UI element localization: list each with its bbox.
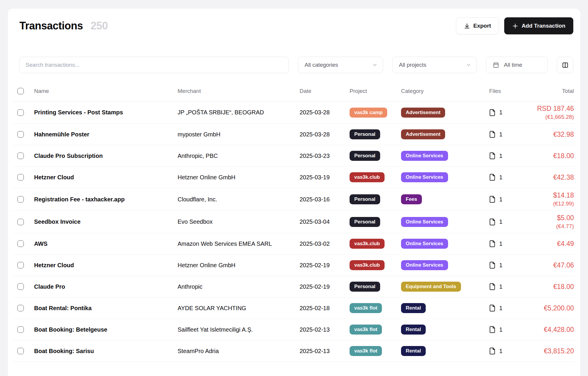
add-transaction-button[interactable]: Add Transaction	[504, 17, 573, 34]
file-icon	[489, 240, 495, 247]
table-row[interactable]: AWSAmazon Web Services EMEA SARL2025-03-…	[13, 233, 574, 255]
column-visibility-button[interactable]	[557, 57, 573, 73]
transaction-date: 2025-03-28	[300, 131, 350, 138]
project-badge[interactable]: Personal	[350, 194, 380, 204]
projects-filter[interactable]: All projects	[392, 57, 477, 73]
file-icon	[489, 347, 495, 355]
transaction-project-cell: Personal	[350, 217, 401, 227]
table-row[interactable]: Hetzner CloudHetzner Online GmbH2025-02-…	[13, 255, 574, 276]
category-badge[interactable]: Rental	[401, 303, 426, 313]
table-row[interactable]: Printing Services - Post StampsJP „POŠTA…	[13, 101, 574, 124]
project-badge[interactable]: Personal	[350, 129, 380, 139]
row-checkbox[interactable]	[17, 109, 24, 116]
project-badge[interactable]: vas3k.club	[350, 260, 385, 270]
categories-filter-value: All categories	[305, 62, 338, 68]
transaction-date: 2025-02-19	[300, 262, 350, 269]
project-badge[interactable]: vas3k.club	[350, 172, 385, 182]
transaction-project-cell: Personal	[350, 129, 401, 139]
table-row[interactable]: Boat Booking: BetelgeuseSailfleet Yat Is…	[13, 319, 574, 340]
table-row[interactable]: Claude Pro SubscriptionAnthropic, PBC202…	[13, 145, 574, 167]
project-badge[interactable]: vas3k flot	[350, 346, 382, 356]
row-checkbox[interactable]	[17, 326, 24, 333]
transaction-total: €18.00	[513, 283, 574, 291]
row-checkbox-cell	[13, 109, 34, 116]
file-icon	[489, 109, 495, 116]
column-header-date[interactable]: Date	[300, 88, 350, 94]
column-header-total[interactable]: Total	[513, 88, 574, 94]
category-badge[interactable]: Advertisement	[401, 129, 445, 139]
transaction-category-cell: Online Services	[401, 239, 489, 249]
file-count: 1	[499, 240, 502, 247]
category-badge[interactable]: Online Services	[401, 239, 448, 249]
category-badge[interactable]: Advertisement	[401, 108, 445, 118]
project-badge[interactable]: Personal	[350, 217, 380, 227]
category-badge[interactable]: Equipment and Tools	[401, 282, 461, 292]
top-bar: Transactions 250 Export Add Transaction	[13, 17, 574, 34]
category-badge[interactable]: Online Services	[401, 151, 448, 161]
row-checkbox[interactable]	[17, 348, 24, 354]
row-checkbox[interactable]	[17, 174, 24, 181]
category-badge[interactable]: Online Services	[401, 260, 448, 270]
transaction-project-cell: vas3k.club	[350, 260, 401, 270]
column-header-category[interactable]: Category	[401, 88, 489, 94]
category-badge[interactable]: Rental	[401, 346, 426, 356]
transaction-category-cell: Online Services	[401, 260, 489, 270]
column-header-merchant[interactable]: Merchant	[178, 88, 300, 94]
table-row[interactable]: Boat Rental: PontikaAYDE SOLAR YACHTING2…	[13, 298, 574, 319]
categories-filter[interactable]: All categories	[298, 57, 383, 73]
transaction-date: 2025-03-16	[300, 196, 350, 203]
transaction-total-converted: (€12.99)	[513, 200, 574, 208]
row-checkbox-cell	[13, 219, 34, 225]
transaction-name: Claude Pro	[34, 283, 178, 290]
project-badge[interactable]: vas3k camp	[350, 108, 387, 118]
transaction-total: €47.06	[513, 261, 574, 270]
row-checkbox[interactable]	[17, 262, 24, 268]
transaction-total-cell: €4.49	[513, 237, 574, 251]
row-checkbox[interactable]	[17, 219, 24, 225]
transaction-name: Claude Pro Subscription	[34, 153, 178, 159]
column-header-name[interactable]: Name	[34, 88, 178, 94]
transaction-total: €4,428.00	[513, 325, 574, 334]
table-row[interactable]: Claude ProAnthropic2025-02-19PersonalEqu…	[13, 276, 574, 298]
file-icon	[489, 131, 495, 138]
transaction-merchant: SteamPro Adria	[178, 348, 300, 355]
transaction-total: RSD 187.46	[513, 104, 574, 113]
page-title: Transactions	[19, 20, 83, 32]
column-header-project[interactable]: Project	[350, 88, 401, 94]
search-input[interactable]	[19, 57, 289, 73]
table-row[interactable]: Boat Booking: SarisuSteamPro Adria2025-0…	[13, 340, 574, 362]
transaction-files-cell: 1	[489, 218, 513, 225]
file-count: 1	[499, 131, 502, 138]
category-badge[interactable]: Online Services	[401, 217, 448, 227]
row-checkbox[interactable]	[17, 153, 24, 159]
row-checkbox[interactable]	[17, 283, 24, 290]
column-header-files[interactable]: Files	[489, 88, 513, 94]
transaction-merchant: Hetzner Online GmbH	[178, 262, 300, 269]
project-badge[interactable]: Personal	[350, 151, 380, 161]
select-all-checkbox[interactable]	[17, 88, 24, 94]
transaction-project-cell: vas3k flot	[350, 346, 401, 356]
transaction-files-cell: 1	[489, 131, 513, 138]
transaction-category-cell: Rental	[401, 303, 489, 313]
project-badge[interactable]: vas3k.club	[350, 239, 385, 249]
transaction-merchant: AYDE SOLAR YACHTING	[178, 305, 300, 312]
export-button[interactable]: Export	[456, 17, 499, 34]
table-header-row: Name Merchant Date Project Category File…	[13, 81, 574, 101]
category-badge[interactable]: Online Services	[401, 172, 448, 182]
row-checkbox[interactable]	[17, 131, 24, 138]
category-badge[interactable]: Rental	[401, 325, 426, 335]
row-checkbox[interactable]	[17, 196, 24, 203]
category-badge[interactable]: Fees	[401, 194, 422, 204]
date-range-filter[interactable]: All time	[486, 57, 548, 73]
row-checkbox[interactable]	[17, 305, 24, 311]
transaction-name: Registration Fee - taxhacker.app	[34, 196, 178, 203]
row-checkbox[interactable]	[17, 240, 24, 247]
project-badge[interactable]: Personal	[350, 282, 380, 292]
table-row[interactable]: Hetzner CloudHetzner Online GmbH2025-03-…	[13, 167, 574, 188]
table-row[interactable]: Hahnemühle Postermyposter GmbH2025-03-28…	[13, 124, 574, 145]
table-row[interactable]: Registration Fee - taxhacker.appCloudfla…	[13, 188, 574, 210]
transaction-name: Boat Booking: Betelgeuse	[34, 326, 178, 333]
table-row[interactable]: Seedbox InvoiceEvo Seedbox2025-03-04Pers…	[13, 211, 574, 233]
project-badge[interactable]: vas3k flot	[350, 303, 382, 313]
project-badge[interactable]: vas3k flot	[350, 325, 382, 335]
